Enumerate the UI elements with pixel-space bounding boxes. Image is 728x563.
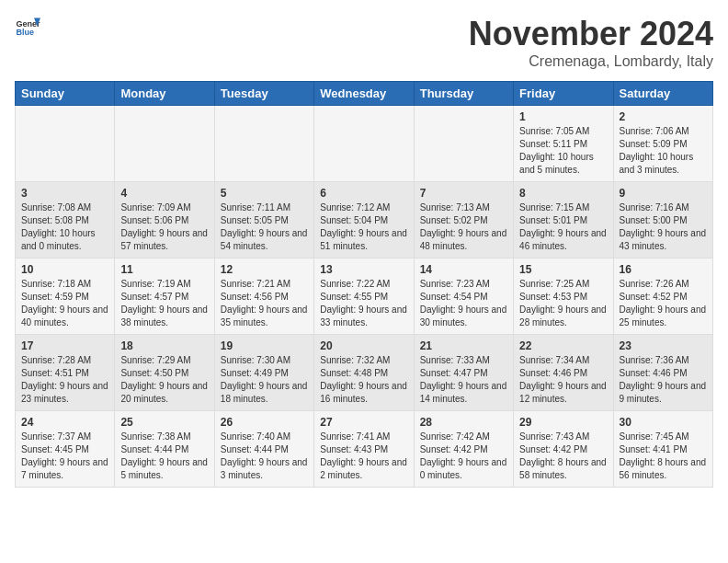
calendar-cell-w2d7: 9Sunrise: 7:16 AMSunset: 5:00 PMDaylight… xyxy=(613,182,712,259)
day-number: 8 xyxy=(519,187,607,200)
day-info: Sunrise: 7:05 AMSunset: 5:11 PMDaylight:… xyxy=(519,125,607,177)
week-row-2: 3Sunrise: 7:08 AMSunset: 5:08 PMDaylight… xyxy=(16,182,713,259)
day-number: 15 xyxy=(519,263,607,276)
day-number: 29 xyxy=(519,416,607,429)
calendar-cell-w1d4 xyxy=(314,106,414,182)
calendar-cell-w4d1: 17Sunrise: 7:28 AMSunset: 4:51 PMDayligh… xyxy=(16,335,115,411)
day-number: 2 xyxy=(620,110,707,123)
day-info: Sunrise: 7:40 AMSunset: 4:44 PMDaylight:… xyxy=(221,431,308,482)
header-friday: Friday xyxy=(514,82,613,106)
header-wednesday: Wednesday xyxy=(314,82,414,106)
day-info: Sunrise: 7:38 AMSunset: 4:44 PMDaylight:… xyxy=(120,431,208,482)
day-info: Sunrise: 7:19 AMSunset: 4:57 PMDaylight:… xyxy=(120,278,208,329)
day-number: 11 xyxy=(120,263,208,276)
day-number: 1 xyxy=(519,110,607,123)
day-info: Sunrise: 7:26 AMSunset: 4:52 PMDaylight:… xyxy=(620,278,707,329)
calendar-cell-w2d2: 4Sunrise: 7:09 AMSunset: 5:06 PMDaylight… xyxy=(115,182,214,259)
day-info: Sunrise: 7:28 AMSunset: 4:51 PMDaylight:… xyxy=(21,354,108,406)
calendar-cell-w5d2: 25Sunrise: 7:38 AMSunset: 4:44 PMDayligh… xyxy=(115,411,214,488)
calendar-cell-w3d5: 14Sunrise: 7:23 AMSunset: 4:54 PMDayligh… xyxy=(414,259,513,335)
day-number: 5 xyxy=(221,187,308,200)
day-number: 20 xyxy=(320,339,407,352)
calendar-cell-w1d3 xyxy=(214,106,313,182)
header-sunday: Sunday xyxy=(16,82,115,106)
day-number: 7 xyxy=(420,187,507,200)
day-number: 25 xyxy=(120,416,208,429)
day-number: 22 xyxy=(519,339,607,352)
calendar-cell-w5d3: 26Sunrise: 7:40 AMSunset: 4:44 PMDayligh… xyxy=(214,411,313,488)
calendar-cell-w2d6: 8Sunrise: 7:15 AMSunset: 5:01 PMDaylight… xyxy=(514,182,613,259)
day-number: 14 xyxy=(420,263,507,276)
calendar-header: SundayMondayTuesdayWednesdayThursdayFrid… xyxy=(16,82,713,106)
day-info: Sunrise: 7:32 AMSunset: 4:48 PMDaylight:… xyxy=(320,354,407,406)
week-row-5: 24Sunrise: 7:37 AMSunset: 4:45 PMDayligh… xyxy=(16,411,713,488)
day-info: Sunrise: 7:41 AMSunset: 4:43 PMDaylight:… xyxy=(320,431,407,482)
svg-text:Blue: Blue xyxy=(16,28,34,37)
header-saturday: Saturday xyxy=(613,82,712,106)
day-info: Sunrise: 7:15 AMSunset: 5:01 PMDaylight:… xyxy=(519,201,607,253)
calendar-cell-w2d5: 7Sunrise: 7:13 AMSunset: 5:02 PMDaylight… xyxy=(414,182,513,259)
day-info: Sunrise: 7:06 AMSunset: 5:09 PMDaylight:… xyxy=(620,125,707,177)
day-number: 16 xyxy=(620,263,707,276)
calendar-cell-w5d5: 28Sunrise: 7:42 AMSunset: 4:42 PMDayligh… xyxy=(414,411,513,488)
week-row-1: 1Sunrise: 7:05 AMSunset: 5:11 PMDaylight… xyxy=(16,106,713,182)
day-number: 18 xyxy=(120,339,208,352)
calendar-cell-w2d3: 5Sunrise: 7:11 AMSunset: 5:05 PMDaylight… xyxy=(214,182,313,259)
header: General Blue November 2024 Cremenaga, Lo… xyxy=(15,15,713,70)
calendar-cell-w1d1 xyxy=(16,106,115,182)
day-info: Sunrise: 7:37 AMSunset: 4:45 PMDaylight:… xyxy=(21,431,108,482)
subtitle: Cremenaga, Lombardy, Italy xyxy=(469,53,713,70)
day-info: Sunrise: 7:12 AMSunset: 5:04 PMDaylight:… xyxy=(320,201,407,253)
day-info: Sunrise: 7:29 AMSunset: 4:50 PMDaylight:… xyxy=(120,354,208,406)
day-info: Sunrise: 7:18 AMSunset: 4:59 PMDaylight:… xyxy=(21,278,108,329)
title-area: November 2024 Cremenaga, Lombardy, Italy xyxy=(469,15,713,70)
day-info: Sunrise: 7:22 AMSunset: 4:55 PMDaylight:… xyxy=(320,278,407,329)
day-number: 28 xyxy=(420,416,507,429)
calendar-body: 1Sunrise: 7:05 AMSunset: 5:11 PMDaylight… xyxy=(16,106,713,488)
logo-icon: General Blue xyxy=(15,15,40,40)
day-info: Sunrise: 7:36 AMSunset: 4:46 PMDaylight:… xyxy=(620,354,707,406)
calendar-cell-w2d1: 3Sunrise: 7:08 AMSunset: 5:08 PMDaylight… xyxy=(16,182,115,259)
header-row: SundayMondayTuesdayWednesdayThursdayFrid… xyxy=(16,82,713,106)
calendar-cell-w4d4: 20Sunrise: 7:32 AMSunset: 4:48 PMDayligh… xyxy=(314,335,414,411)
day-number: 17 xyxy=(21,339,108,352)
calendar-cell-w3d4: 13Sunrise: 7:22 AMSunset: 4:55 PMDayligh… xyxy=(314,259,414,335)
calendar-cell-w1d5 xyxy=(414,106,513,182)
calendar-cell-w3d7: 16Sunrise: 7:26 AMSunset: 4:52 PMDayligh… xyxy=(613,259,712,335)
day-info: Sunrise: 7:11 AMSunset: 5:05 PMDaylight:… xyxy=(221,201,308,253)
day-info: Sunrise: 7:43 AMSunset: 4:42 PMDaylight:… xyxy=(519,431,607,482)
calendar-cell-w5d7: 30Sunrise: 7:45 AMSunset: 4:41 PMDayligh… xyxy=(613,411,712,488)
day-info: Sunrise: 7:16 AMSunset: 5:00 PMDaylight:… xyxy=(620,201,707,253)
calendar-cell-w1d7: 2Sunrise: 7:06 AMSunset: 5:09 PMDaylight… xyxy=(613,106,712,182)
calendar-cell-w3d2: 11Sunrise: 7:19 AMSunset: 4:57 PMDayligh… xyxy=(115,259,214,335)
calendar-table: SundayMondayTuesdayWednesdayThursdayFrid… xyxy=(15,81,713,488)
day-number: 24 xyxy=(21,416,108,429)
day-info: Sunrise: 7:09 AMSunset: 5:06 PMDaylight:… xyxy=(120,201,208,253)
calendar-cell-w5d6: 29Sunrise: 7:43 AMSunset: 4:42 PMDayligh… xyxy=(514,411,613,488)
day-number: 30 xyxy=(620,416,707,429)
calendar-cell-w5d4: 27Sunrise: 7:41 AMSunset: 4:43 PMDayligh… xyxy=(314,411,414,488)
day-info: Sunrise: 7:42 AMSunset: 4:42 PMDaylight:… xyxy=(420,431,507,482)
day-number: 9 xyxy=(620,187,707,200)
day-number: 6 xyxy=(320,187,407,200)
calendar-cell-w4d3: 19Sunrise: 7:30 AMSunset: 4:49 PMDayligh… xyxy=(214,335,313,411)
day-info: Sunrise: 7:21 AMSunset: 4:56 PMDaylight:… xyxy=(221,278,308,329)
day-number: 26 xyxy=(221,416,308,429)
day-info: Sunrise: 7:13 AMSunset: 5:02 PMDaylight:… xyxy=(420,201,507,253)
calendar-cell-w1d6: 1Sunrise: 7:05 AMSunset: 5:11 PMDaylight… xyxy=(514,106,613,182)
day-number: 4 xyxy=(120,187,208,200)
day-number: 3 xyxy=(21,187,108,200)
day-info: Sunrise: 7:45 AMSunset: 4:41 PMDaylight:… xyxy=(620,431,707,482)
day-info: Sunrise: 7:25 AMSunset: 4:53 PMDaylight:… xyxy=(519,278,607,329)
day-number: 13 xyxy=(320,263,407,276)
header-thursday: Thursday xyxy=(414,82,513,106)
week-row-4: 17Sunrise: 7:28 AMSunset: 4:51 PMDayligh… xyxy=(16,335,713,411)
calendar-cell-w3d1: 10Sunrise: 7:18 AMSunset: 4:59 PMDayligh… xyxy=(16,259,115,335)
day-number: 27 xyxy=(320,416,407,429)
day-number: 10 xyxy=(21,263,108,276)
calendar-cell-w4d6: 22Sunrise: 7:34 AMSunset: 4:46 PMDayligh… xyxy=(514,335,613,411)
day-info: Sunrise: 7:08 AMSunset: 5:08 PMDaylight:… xyxy=(21,201,108,253)
main-title: November 2024 xyxy=(469,15,713,53)
logo: General Blue xyxy=(15,15,40,40)
day-number: 21 xyxy=(420,339,507,352)
